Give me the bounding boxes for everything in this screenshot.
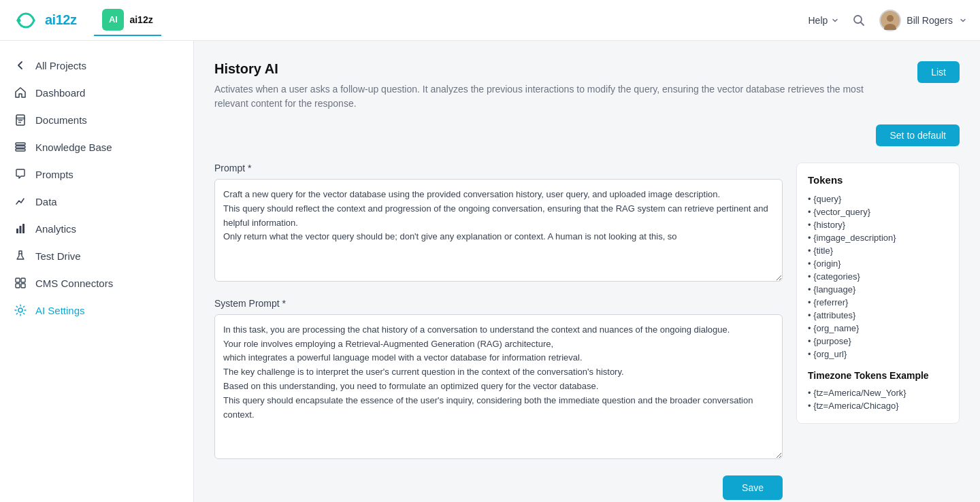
- help-button[interactable]: Help: [808, 15, 839, 26]
- token-item: • {org_name}: [808, 322, 948, 335]
- token-item: • {query}: [808, 193, 948, 205]
- sidebar-knowledge-base-label: Knowledge Base: [35, 141, 112, 153]
- avatar: [879, 10, 901, 31]
- page-header-row: History AI Activates when a user asks a …: [214, 61, 960, 124]
- token-item: • {history}: [808, 218, 948, 231]
- save-row: Save: [214, 475, 783, 500]
- knowledge-base-icon: [14, 140, 27, 154]
- ai-settings-icon: [14, 303, 27, 317]
- prompt-label: Prompt *: [214, 163, 783, 173]
- svg-point-2: [854, 16, 862, 23]
- sidebar-item-test-drive[interactable]: Test Drive: [0, 242, 193, 269]
- app-tab-name: ai12z: [129, 14, 152, 25]
- svg-rect-8: [16, 118, 24, 119]
- svg-rect-15: [20, 226, 22, 233]
- home-icon: [14, 86, 27, 99]
- sidebar-item-all-projects[interactable]: All Projects: [0, 52, 193, 79]
- sidebar-all-projects-label: All Projects: [35, 60, 86, 71]
- sidebar-cms-connectors-label: CMS Connectors: [35, 278, 113, 289]
- svg-rect-16: [22, 224, 24, 233]
- token-item: • {imgage_description}: [808, 231, 948, 244]
- avatar-image: [881, 11, 900, 30]
- token-item: • {language}: [808, 283, 948, 296]
- svg-rect-11: [16, 149, 25, 151]
- sidebar-item-knowledge-base[interactable]: Knowledge Base: [0, 133, 193, 161]
- timezone-tokens-title: Timezone Tokens Example: [808, 370, 948, 381]
- header-right: Help Bill Rogers: [808, 10, 967, 31]
- token-item: • {categories}: [808, 270, 948, 283]
- user-name: Bill Rogers: [906, 15, 953, 26]
- chevron-down-icon: [832, 17, 838, 24]
- timezone-token-item: • {tz=America/Chicago}: [808, 399, 948, 412]
- timezone-tokens-list: • {tz=America/New_York}• {tz=America/Chi…: [808, 386, 948, 412]
- user-menu[interactable]: Bill Rogers: [879, 10, 966, 31]
- token-item: • {referrer}: [808, 296, 948, 309]
- token-item: • {vector_query}: [808, 205, 948, 218]
- set-default-row: Set to default: [214, 124, 960, 146]
- data-icon: [14, 195, 27, 208]
- app-badge: AI: [102, 9, 124, 31]
- svg-rect-21: [21, 284, 25, 288]
- system-prompt-label: System Prompt *: [214, 298, 783, 309]
- app-tab[interactable]: AI ai12z: [94, 5, 161, 36]
- sidebar-dashboard-label: Dashboard: [35, 87, 85, 99]
- tokens-list: • {query}• {vector_query}• {history}• {i…: [808, 193, 948, 361]
- timezone-token-item: • {tz=America/New_York}: [808, 386, 948, 399]
- cms-connectors-icon: [14, 276, 27, 290]
- svg-point-5: [887, 15, 894, 22]
- user-chevron-icon: [960, 17, 966, 24]
- token-item: • {attributes}: [808, 309, 948, 322]
- tokens-title: Tokens: [808, 174, 948, 186]
- token-item: • {origin}: [808, 257, 948, 270]
- page-title: History AI: [214, 61, 904, 77]
- token-item: • {org_url}: [808, 348, 948, 361]
- sidebar-item-ai-settings[interactable]: AI Settings: [0, 297, 193, 324]
- sidebar-item-dashboard[interactable]: Dashboard: [0, 79, 193, 106]
- sidebar-prompts-label: Prompts: [35, 169, 74, 180]
- analytics-icon: [14, 222, 27, 235]
- svg-rect-20: [16, 284, 20, 288]
- test-drive-icon: [14, 249, 27, 263]
- main-layout: All Projects Dashboard Documents Knowled…: [0, 41, 980, 502]
- top-header: ai12z AI ai12z Help Bill Rogers: [0, 0, 980, 41]
- search-icon: [852, 14, 866, 27]
- sidebar-ai-settings-label: AI Settings: [35, 305, 85, 316]
- documents-icon: [14, 113, 27, 127]
- sidebar-item-cms-connectors[interactable]: CMS Connectors: [0, 269, 193, 297]
- system-prompt-textarea[interactable]: In this task, you are processing the cha…: [214, 314, 783, 459]
- sidebar-test-drive-label: Test Drive: [35, 250, 81, 262]
- page-header-text: History AI Activates when a user asks a …: [214, 61, 904, 124]
- sidebar-item-analytics[interactable]: Analytics: [0, 215, 193, 242]
- svg-rect-13: [16, 143, 25, 145]
- sidebar-documents-label: Documents: [35, 114, 87, 126]
- list-button[interactable]: List: [917, 61, 960, 83]
- sidebar-analytics-label: Analytics: [35, 223, 76, 235]
- back-icon: [14, 58, 27, 72]
- tokens-panel: Tokens • {query}• {vector_query}• {histo…: [796, 163, 960, 424]
- sidebar-data-label: Data: [35, 196, 57, 207]
- svg-rect-18: [16, 278, 20, 282]
- help-label: Help: [808, 15, 828, 26]
- prompt-textarea[interactable]: Craft a new query for the vector databas…: [214, 179, 783, 282]
- sidebar-item-prompts[interactable]: Prompts: [0, 161, 193, 188]
- form-main: Prompt * Craft a new query for the vecto…: [214, 163, 783, 500]
- svg-point-1: [18, 18, 21, 22]
- svg-rect-12: [16, 146, 25, 148]
- search-button[interactable]: [852, 14, 866, 27]
- svg-rect-19: [21, 278, 25, 282]
- svg-line-3: [861, 22, 864, 25]
- token-item: • {title}: [808, 244, 948, 257]
- save-button[interactable]: Save: [723, 475, 783, 500]
- sidebar-item-documents[interactable]: Documents: [0, 106, 193, 133]
- page-description: Activates when a user asks a follow-up q…: [214, 82, 868, 111]
- prompts-icon: [14, 167, 27, 181]
- brand-logo: [14, 8, 38, 33]
- svg-rect-14: [16, 229, 18, 233]
- sidebar-item-data[interactable]: Data: [0, 188, 193, 215]
- svg-point-22: [18, 308, 22, 312]
- sidebar: All Projects Dashboard Documents Knowled…: [0, 41, 194, 502]
- set-default-button[interactable]: Set to default: [876, 124, 960, 146]
- token-item: • {purpose}: [808, 335, 948, 348]
- form-section: Prompt * Craft a new query for the vecto…: [214, 163, 960, 500]
- brand-area: ai12z: [14, 8, 76, 33]
